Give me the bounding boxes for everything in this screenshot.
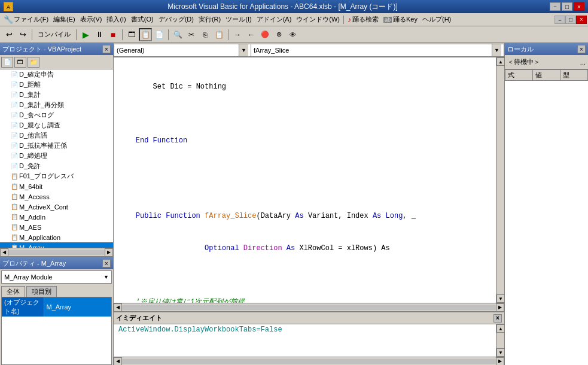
menu-view[interactable]: 表示(V) xyxy=(78,14,105,25)
tree-item-D-food[interactable]: 📄 D_食べログ xyxy=(0,110,113,120)
tree-item-D-teikou[interactable]: 📄 D_抵抗率補正係 xyxy=(0,141,113,151)
code-combo-left[interactable]: (General) ▼ xyxy=(114,44,251,57)
menu-format[interactable]: 書式(O) xyxy=(129,14,156,25)
cut-button[interactable]: ✂ xyxy=(185,28,198,41)
undo-button[interactable]: ↩ xyxy=(2,28,16,41)
menu-help[interactable]: ヘルプ(H) xyxy=(420,14,453,25)
clasmodule-button[interactable]: 📄 xyxy=(153,28,166,41)
hscroll-left[interactable]: ◀ xyxy=(114,303,122,312)
vscroll-track[interactable] xyxy=(496,66,504,294)
compile-button[interactable]: コンパイル xyxy=(35,28,74,41)
menu-run[interactable]: 実行(R) xyxy=(196,14,223,25)
locals-panel: ローカル × ＜待機中＞ ... 式 値 型 xyxy=(504,43,588,365)
code-combo-right[interactable]: fArray_Slice ▼ xyxy=(251,44,504,57)
window-inner-restore[interactable]: □ xyxy=(565,16,576,24)
tree-item-D-kyori[interactable]: 📄 D_距離 xyxy=(0,80,113,90)
proj-toggle-folders[interactable]: 📁 xyxy=(28,57,39,68)
scroll-right[interactable]: ▶ xyxy=(105,248,113,257)
hscroll-right[interactable]: ▶ xyxy=(496,303,504,312)
props-close-btn[interactable]: × xyxy=(102,259,111,267)
props-row-name[interactable]: (オブジェクト名) M_Array xyxy=(2,297,111,317)
tree-item-F01[interactable]: 📋 F01_プログレスバ xyxy=(0,171,113,181)
menu-search[interactable]: ♪踊る検索 xyxy=(345,14,381,25)
locals-expand-btn[interactable]: ... xyxy=(580,59,586,66)
redo-button[interactable]: ↪ xyxy=(16,28,29,41)
pause-button[interactable]: ⏸ xyxy=(93,28,106,41)
run-button[interactable]: ▶ xyxy=(79,28,92,41)
menu-file[interactable]: 🔧 ファイル(F) xyxy=(1,14,51,25)
immediate-content[interactable]: ActiveWindow.DisplayWorkbookTabs=False xyxy=(114,324,496,357)
tree-item-D-oya[interactable]: 📄 D_親なし調査 xyxy=(0,120,113,130)
imm-vscroll-track[interactable] xyxy=(496,333,504,348)
tree-item-M-AddIn[interactable]: 📋 M_AddIn xyxy=(0,212,113,222)
tab-all[interactable]: 全体 xyxy=(1,286,25,297)
outdent-button[interactable]: ← xyxy=(245,28,258,41)
imm-vscroll-up[interactable]: ▲ xyxy=(496,324,504,333)
tree-item-D-menkyo[interactable]: 📄 D_免許 xyxy=(0,161,113,171)
menu-key[interactable]: ab踊るKey xyxy=(381,14,420,25)
hscroll-thumb[interactable] xyxy=(122,305,496,310)
copy-button[interactable]: ⎘ xyxy=(199,28,212,41)
imm-vscroll-down[interactable]: ▼ xyxy=(496,348,504,357)
main-area: プロジェクト - VBAProject × 📄 🗔 📁 📄 D_確定申告 📄 D… xyxy=(0,43,588,365)
tree-item-M-Access[interactable]: 📋 M_Access xyxy=(0,191,113,202)
imm-hscroll-right[interactable]: ▶ xyxy=(496,357,504,366)
find-button[interactable]: 🔍 xyxy=(171,28,184,41)
menu-edit[interactable]: 編集(E) xyxy=(51,14,78,25)
userform-button[interactable]: 🗔 xyxy=(125,28,138,41)
locals-close-btn[interactable]: × xyxy=(577,45,586,53)
immediate-hscroll[interactable]: ◀ ▶ xyxy=(114,357,504,365)
project-close-btn[interactable]: × xyxy=(102,45,111,53)
vscroll-up[interactable]: ▲ xyxy=(496,57,504,66)
immediate-close-btn[interactable]: × xyxy=(493,314,502,323)
module-icon: 📋 xyxy=(11,183,18,190)
code-editor[interactable]: Set Dic = Nothing End Function Public Fu… xyxy=(114,57,504,303)
clear-bp-button[interactable]: ⊗ xyxy=(272,28,285,41)
tree-item-M-ActiveX[interactable]: 📋 M_ActiveX_Cont xyxy=(0,202,113,212)
tree-item-D-zeirishi[interactable]: 📄 D_確定申告 xyxy=(0,69,113,80)
menu-insert[interactable]: 挿入(I) xyxy=(104,14,128,25)
project-tree: 📄 D_確定申告 📄 D_距離 📄 D_集計 📄 D_集計_再分類 xyxy=(0,69,113,248)
module-button[interactable]: 📋 xyxy=(139,28,152,41)
module-icon: 📄 xyxy=(11,81,18,88)
hscroll-thumb[interactable] xyxy=(8,250,105,255)
menu-sep-1 xyxy=(343,16,344,24)
code-hscroll[interactable]: ◀ ▶ xyxy=(114,303,504,311)
module-icon: 📄 xyxy=(11,142,18,149)
menu-window[interactable]: ウインドウ(W) xyxy=(294,14,342,25)
tree-item-D-shime[interactable]: 📄 D_締処理 xyxy=(0,151,113,161)
window-inner-minimize[interactable]: － xyxy=(555,16,565,24)
project-hscroll[interactable]: ◀ ▶ xyxy=(0,248,113,256)
toggle-bp-button[interactable]: 🔴 xyxy=(258,28,272,41)
tab-category[interactable]: 項目別 xyxy=(26,286,57,297)
proj-view-obj[interactable]: 🗔 xyxy=(14,57,26,68)
tree-item-D-ta[interactable]: 📄 D_他言語 xyxy=(0,130,113,141)
tree-item-M-AES[interactable]: 📋 M_AES xyxy=(0,222,113,232)
indent-button[interactable]: → xyxy=(231,28,244,41)
vscroll-down[interactable]: ▼ xyxy=(496,294,504,303)
tree-item-M-64bit[interactable]: 📋 M_64bit xyxy=(0,181,113,191)
immediate-vscroll[interactable]: ▲ ▼ xyxy=(496,324,504,357)
close-button[interactable]: × xyxy=(574,2,584,11)
scroll-left[interactable]: ◀ xyxy=(0,248,8,257)
proj-view-code[interactable]: 📄 xyxy=(1,57,13,68)
toggle-watch-button[interactable]: 👁 xyxy=(286,28,299,41)
code-vscroll[interactable]: ▲ ▼ xyxy=(496,57,504,303)
menu-debug[interactable]: デバッグ(D) xyxy=(156,14,196,25)
props-dropdown[interactable]: M_Array Module ▼ xyxy=(1,270,112,284)
tree-item-M-Application[interactable]: 📋 M_Application xyxy=(0,232,113,242)
restore-button[interactable]: □ xyxy=(562,2,572,11)
module-icon: 📋 xyxy=(11,224,18,230)
module-icon: 📄 xyxy=(11,153,18,159)
imm-hscroll-left[interactable]: ◀ xyxy=(114,357,122,366)
tree-item-D-shuukei[interactable]: 📄 D_集計 xyxy=(0,90,113,100)
paste-button[interactable]: 📋 xyxy=(212,28,226,41)
menu-addins[interactable]: アドイン(A) xyxy=(254,14,294,25)
minimize-button[interactable]: － xyxy=(550,2,560,11)
tree-item-D-shuukei2[interactable]: 📄 D_集計_再分類 xyxy=(0,100,113,110)
stop-button[interactable]: ■ xyxy=(106,28,120,41)
tree-item-M-Array[interactable]: 📋 M_Array xyxy=(0,242,113,248)
window-inner-close[interactable]: × xyxy=(576,16,587,24)
menu-tools[interactable]: ツール(I) xyxy=(223,14,254,25)
imm-hscroll-thumb[interactable] xyxy=(122,359,496,364)
